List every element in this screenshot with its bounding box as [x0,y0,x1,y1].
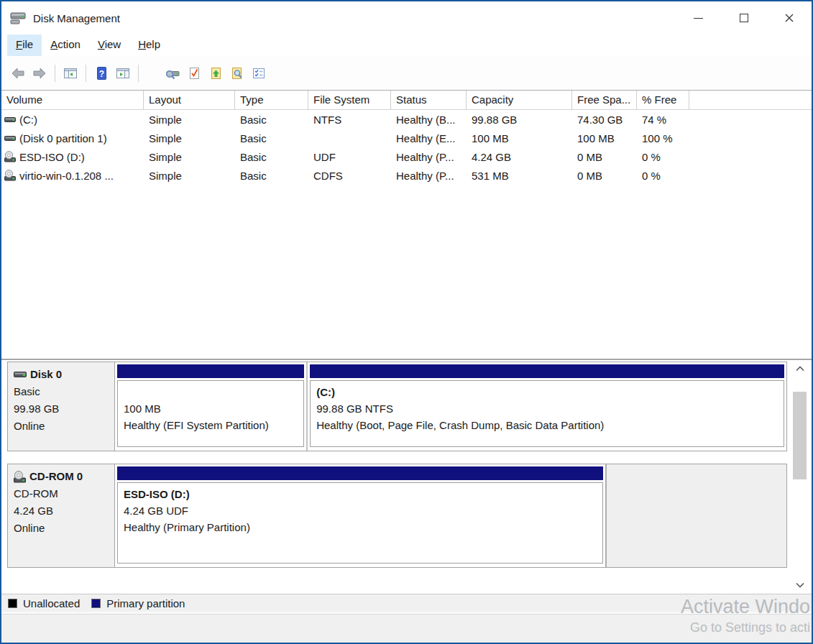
cell-capacity: 4.24 GB [467,151,572,163]
volume-row-disk0-partition1[interactable]: (Disk 0 partition 1) Simple Basic Health… [1,129,812,147]
volume-name: ESD-ISO (D:) [19,151,85,163]
cd-icon [14,471,26,483]
menu-file[interactable]: File [7,34,42,56]
check-disk-button[interactable] [183,63,205,84]
disk-0-partitions: 100 MB Healthy (EFI System Partition) (C… [115,362,786,451]
volume-list: Volume Layout Type File System Status Ca… [1,91,812,341]
forward-button[interactable] [29,63,50,84]
disk-0-header[interactable]: Disk 0 Basic 99.98 GB Online [8,362,115,451]
cd-icon [4,151,16,162]
partition-size: 100 MB [124,400,300,417]
unallocated-swatch [8,599,17,608]
cell-status: Healthy (P... [391,170,467,182]
column-header-volume[interactable]: Volume [1,91,144,109]
window-title: Disk Management [33,12,120,24]
cdrom-0-header[interactable]: CD-ROM 0 CD-ROM 4.24 GB Online [8,464,115,567]
cell-percent-free: 0 % [637,170,689,182]
help-button[interactable]: ? [91,63,112,84]
svg-text:?: ? [99,68,104,78]
scroll-up-button[interactable] [791,362,808,376]
legend-unallocated: Unallocated [8,597,80,610]
status-bar [1,614,812,643]
vertical-scrollbar[interactable] [791,360,808,594]
volume-name: virtio-win-0.1.208 ... [19,170,114,182]
column-header-capacity[interactable]: Capacity [467,91,572,109]
rescan-disks-icon [165,66,180,80]
legend-label: Primary partition [106,597,185,610]
menu-help[interactable]: Help [129,34,169,56]
properties-button[interactable] [248,63,270,84]
column-header-file-system[interactable]: File System [308,91,391,109]
move-up-icon [208,66,223,80]
partition-name: ESD-ISO (D:) [124,486,600,502]
legend-primary-partition: Primary partition [91,597,185,610]
cell-free-space: 0 MB [572,151,637,163]
cell-file-system: NTFS [308,114,391,126]
volume-name: (Disk 0 partition 1) [19,132,107,144]
cell-status: Healthy (E... [391,132,467,144]
disk-type: Basic [14,383,110,400]
column-header-type[interactable]: Type [235,91,308,109]
chevron-down-icon [796,582,804,588]
partition-status: Healthy (Boot, Page File, Crash Dump, Ba… [316,417,781,433]
column-header-status[interactable]: Status [391,91,467,109]
cell-percent-free: 0 % [637,151,689,163]
cell-type: Basic [235,170,308,182]
partition-esd-iso[interactable]: ESD-ISO (D:) 4.24 GB UDF Healthy (Primar… [115,464,605,567]
titlebar[interactable]: Disk Management [1,1,812,34]
explore-icon [230,66,244,80]
cell-percent-free: 100 % [637,132,689,144]
back-button[interactable] [7,63,29,84]
volume-row-esd-iso[interactable]: ESD-ISO (D:) Simple Basic UDF Healthy (P… [1,147,812,166]
window-controls [676,1,812,34]
minimize-button[interactable] [676,1,721,34]
column-header-free-space[interactable]: Free Spa... [572,91,637,109]
move-up-button[interactable] [205,63,226,84]
toolbar-separator [138,65,139,82]
partition-efi[interactable]: 100 MB Healthy (EFI System Partition) [115,362,306,451]
cell-status: Healthy (B... [391,114,467,126]
partition-color-band [310,364,784,378]
scrollbar-thumb[interactable] [793,392,807,479]
volume-row-c[interactable]: (C:) Simple Basic NTFS Healthy (B... 99.… [1,110,812,129]
scroll-down-button[interactable] [791,578,808,592]
menu-action[interactable]: Action [42,34,89,56]
show-action-pane-button[interactable] [112,63,134,84]
explore-button[interactable] [226,63,248,84]
legend-bar: Unallocated Primary partition [1,594,812,612]
cell-free-space: 0 MB [572,170,637,182]
rescan-disks-button[interactable] [162,63,183,84]
legend-label: Unallocated [23,597,80,610]
disk-status: Online [14,418,110,435]
cell-file-system: CDFS [308,170,391,182]
partition-status: Healthy (EFI System Partition) [124,417,300,433]
column-header-percent-free[interactable]: % Free [637,91,689,109]
toolbar-separator [86,65,86,82]
volume-list-header: Volume Layout Type File System Status Ca… [1,91,812,110]
partition-color-band [117,364,304,378]
cell-file-system: UDF [308,151,391,163]
cell-capacity: 100 MB [467,132,572,144]
partition-c[interactable]: (C:) 99.88 GB NTFS Healthy (Boot, Page F… [306,362,786,451]
cell-capacity: 99.88 GB [467,114,572,126]
close-button[interactable] [766,1,812,34]
cell-layout: Simple [144,151,235,163]
menubar: File Action View Help [1,34,812,56]
show-console-tree-button[interactable] [60,63,81,84]
pane-splitter[interactable] [1,341,812,360]
maximize-button[interactable] [721,1,766,34]
show-console-tree-icon [63,66,78,80]
disk-management-app-icon [10,11,27,25]
cell-free-space: 100 MB [572,132,637,144]
primary-partition-swatch [91,599,101,608]
drive-icon [4,132,16,144]
drive-icon [14,370,27,379]
disk-type: CD-ROM [14,485,110,502]
cell-type: Basic [235,151,308,163]
help-icon: ? [94,66,109,80]
column-header-layout[interactable]: Layout [144,91,235,109]
volume-row-virtio-win[interactable]: virtio-win-0.1.208 ... Simple Basic CDFS… [1,166,812,185]
check-disk-icon [187,66,201,80]
partition-color-band [117,466,603,480]
menu-view[interactable]: View [89,34,129,56]
